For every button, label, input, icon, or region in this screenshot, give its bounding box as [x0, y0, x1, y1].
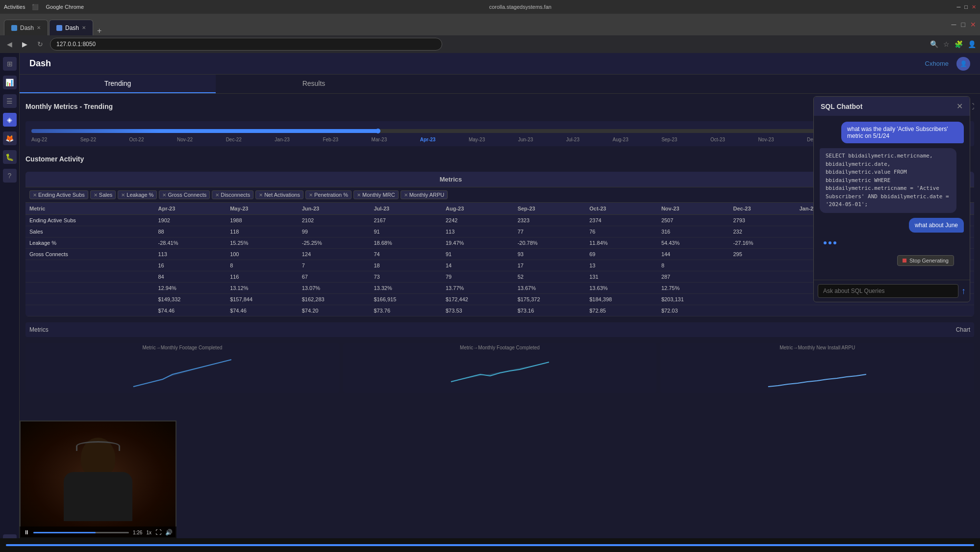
chip-ending-active-subs[interactable]: ✕ Ending Active Subs: [29, 190, 88, 199]
td-val: $72.85: [585, 305, 657, 316]
chip-close-3[interactable]: ✕: [162, 192, 166, 198]
activities-label[interactable]: Activities: [4, 4, 25, 10]
sidebar-icon-chart[interactable]: 📊: [3, 76, 17, 89]
bookmark-icon[interactable]: ☆: [943, 40, 950, 48]
chip-disconnects[interactable]: ✕ Disconnects: [212, 190, 253, 199]
chip-close-8[interactable]: ✕: [404, 192, 408, 198]
th-nov23: Nov-23: [657, 203, 729, 215]
mini-chart-title-1: Metric→Monthly Footage Completed: [25, 343, 339, 352]
sidebar-icon-help[interactable]: ?: [3, 169, 17, 183]
tab-add-btn[interactable]: +: [94, 26, 104, 35]
td-val: -20.78%: [514, 237, 586, 249]
close-btn[interactable]: ✕: [972, 4, 976, 10]
td-val: [914, 305, 974, 316]
resize-btn[interactable]: □: [961, 21, 965, 28]
tab-results[interactable]: Results: [216, 75, 412, 93]
forward-btn[interactable]: ▶: [19, 39, 30, 49]
chip-gross-connects[interactable]: ✕ Gross Connects: [159, 190, 210, 199]
progress-bar[interactable]: [6, 544, 974, 546]
mini-chart-3: Metric→Monthly New Install ARPU: [660, 343, 974, 393]
td-val: 2374: [585, 215, 657, 226]
td-val: $74.20: [298, 305, 370, 316]
chatbot-close-btn[interactable]: ✕: [956, 102, 963, 111]
bottom-metrics-label: Metrics: [25, 322, 52, 337]
tab-close-2[interactable]: ✕: [82, 25, 86, 30]
tab-trending[interactable]: Trending: [20, 75, 216, 93]
chip-monthly-arpu[interactable]: ✕ Monthly ARPU: [401, 190, 448, 199]
chip-leakage[interactable]: ✕ Leakage %: [118, 190, 157, 199]
td-val: 73: [370, 271, 442, 283]
sidebar-icon-list[interactable]: ☰: [3, 94, 17, 108]
metrics-col-header-metrics: Metrics: [25, 172, 876, 187]
chatbot-loading: [820, 237, 964, 248]
restore-btn[interactable]: ─: [952, 21, 956, 28]
chip-close-7[interactable]: ✕: [357, 192, 361, 198]
tl-label-11: Jul-23: [566, 137, 579, 142]
td-val: 2242: [442, 215, 514, 226]
chip-close-0[interactable]: ✕: [33, 192, 37, 198]
chip-close-5[interactable]: ✕: [259, 192, 263, 198]
sidebar-icon-bug[interactable]: 🐛: [3, 150, 17, 164]
th-apr23: Apr-23: [154, 203, 226, 215]
tl-label-6: Feb-23: [323, 137, 338, 142]
chip-net-activations[interactable]: ✕ Net Activations: [255, 190, 303, 199]
th-dec23: Dec-23: [729, 203, 796, 215]
td-metric-5: [25, 271, 154, 283]
td-val: $157,844: [226, 294, 298, 305]
chart-svg-3: [660, 352, 974, 392]
search-icon[interactable]: 🔍: [930, 40, 938, 48]
url-text: 127.0.0.1:8050: [56, 41, 96, 48]
maximize-btn[interactable]: □: [964, 4, 968, 10]
minimize-btn[interactable]: ─: [957, 4, 961, 10]
video-volume-btn[interactable]: 🔊: [165, 529, 173, 536]
chip-close-4[interactable]: ✕: [215, 192, 219, 198]
tl-label-7: Mar-23: [372, 137, 387, 142]
chip-close-1[interactable]: ✕: [94, 192, 98, 198]
sidebar-icon-fire[interactable]: 🦊: [3, 131, 17, 145]
extensions-icon[interactable]: 🧩: [955, 40, 963, 48]
tab-2[interactable]: Dash ✕: [49, 20, 93, 35]
chip-penetration[interactable]: ✕ Penetration %: [305, 190, 352, 199]
refresh-btn[interactable]: ↻: [34, 39, 46, 49]
chip-sales[interactable]: ✕ Sales: [90, 190, 116, 199]
address-icons: 🔍 ☆ 🧩 👤: [930, 40, 976, 48]
chatbot-send-btn[interactable]: ↑: [961, 286, 966, 296]
td-val: $203,131: [657, 294, 729, 305]
td-val: 14: [442, 260, 514, 271]
tl-label-15: Nov-23: [758, 137, 774, 142]
video-progress-bar[interactable]: [33, 532, 129, 533]
timeline-marker[interactable]: [376, 129, 380, 133]
table-row: $74.46 $74.46 $74.20 $73.76 $73.53 $73.1…: [25, 305, 974, 316]
chatbot-input[interactable]: [818, 284, 958, 298]
th-jun23: Jun-23: [298, 203, 370, 215]
video-play-btn[interactable]: ⏸: [24, 529, 29, 536]
tab-1[interactable]: Dash ✕: [4, 20, 48, 35]
td-val: 18: [370, 260, 442, 271]
td-metric-3: Gross Connects: [25, 249, 154, 260]
profile-icon[interactable]: 👤: [968, 40, 976, 48]
video-expand-btn[interactable]: ⛶: [155, 529, 161, 536]
chip-close-2[interactable]: ✕: [121, 192, 125, 198]
video-progress-fill: [33, 532, 96, 533]
td-val: 2167: [370, 215, 442, 226]
chart-svg-1: [25, 352, 339, 392]
address-bar[interactable]: 127.0.0.1:8050: [50, 38, 442, 51]
sidebar-icon-dash[interactable]: ◈: [3, 113, 17, 127]
tab-close-1[interactable]: ✕: [37, 25, 41, 30]
chip-monthly-mrc[interactable]: ✕ Monthly MRC: [353, 190, 399, 199]
td-val: 316: [657, 226, 729, 237]
loading-dot-2: [829, 241, 831, 244]
back-btn[interactable]: ◀: [4, 39, 15, 49]
td-val: $149,332: [154, 294, 226, 305]
sidebar-icon-home[interactable]: ⊞: [3, 57, 17, 71]
os-icon: ⬛: [32, 4, 39, 10]
bottom-chart-label: Chart: [952, 322, 974, 337]
cxhome-link[interactable]: Cxhome: [925, 60, 949, 67]
close-window-btn[interactable]: ✕: [970, 21, 976, 28]
stop-generating-btn[interactable]: Stop Generating: [897, 255, 954, 266]
td-val: 144: [657, 249, 729, 260]
td-val: 88: [154, 226, 226, 237]
td-val: 131: [585, 271, 657, 283]
chip-close-6[interactable]: ✕: [309, 192, 313, 198]
user-avatar[interactable]: 👤: [956, 57, 970, 71]
